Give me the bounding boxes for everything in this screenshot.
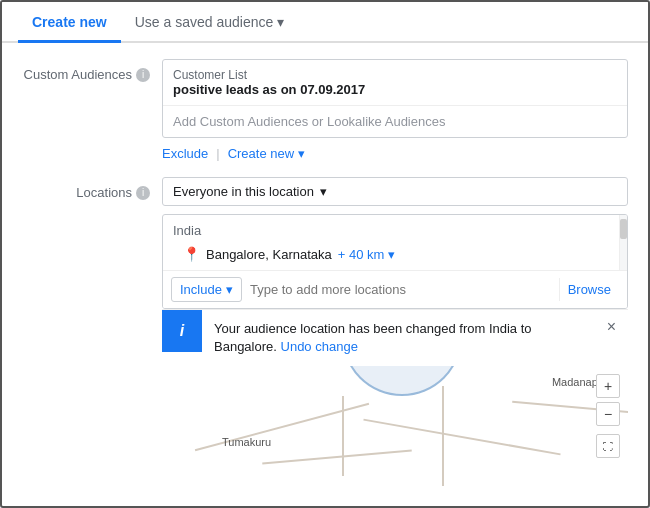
- notification-info-icon: i: [180, 322, 184, 340]
- browse-button[interactable]: Browse: [559, 278, 619, 301]
- locations-field: Everyone in this location ▾ India 📍 Bang…: [162, 177, 628, 486]
- action-separator: |: [216, 146, 219, 161]
- map-road-5: [342, 396, 344, 476]
- custom-audiences-info-icon[interactable]: i: [136, 68, 150, 82]
- form-content: Custom Audiences i Customer List positiv…: [2, 43, 648, 506]
- audience-box: Customer List positive leads as on 07.09…: [162, 59, 628, 138]
- tab-bar: Create new Use a saved audience ▾: [2, 2, 648, 43]
- audience-tag-label: Customer List: [173, 68, 617, 82]
- location-list-container: India 📍 Bangalore, Karnataka + 40 km ▾: [163, 215, 627, 270]
- include-chevron-icon: ▾: [226, 282, 233, 297]
- custom-audiences-field: Customer List positive leads as on 07.09…: [162, 59, 628, 161]
- notification-info-icon-box: i: [162, 310, 202, 352]
- map-zoom-in-button[interactable]: +: [596, 374, 620, 398]
- undo-change-button[interactable]: Undo change: [281, 339, 358, 354]
- map-fullscreen-button[interactable]: ⛶: [596, 434, 620, 458]
- location-pin-icon: 📍: [183, 246, 200, 262]
- notification-banner: i Your audience location has been change…: [162, 309, 628, 366]
- notification-close-button[interactable]: ×: [595, 310, 628, 344]
- tab-create-new[interactable]: Create new: [18, 2, 121, 43]
- notification-text: Your audience location has been changed …: [202, 310, 595, 366]
- create-new-dropdown-button[interactable]: Create new ▾: [228, 146, 305, 161]
- map-radius-circle: [342, 366, 462, 396]
- location-dropdown[interactable]: Everyone in this location ▾: [162, 177, 628, 206]
- audience-tag: Customer List positive leads as on 07.09…: [163, 60, 627, 106]
- location-list-box: India 📍 Bangalore, Karnataka + 40 km ▾: [162, 214, 628, 309]
- include-button[interactable]: Include ▾: [171, 277, 242, 302]
- include-row: Include ▾ Browse: [163, 270, 627, 308]
- map-label-tumakuru: Tumakuru: [222, 436, 271, 448]
- audience-add-input[interactable]: Add Custom Audiences or Lookalike Audien…: [163, 106, 627, 137]
- scrollbar-thumb: [620, 219, 627, 239]
- location-list-content: India 📍 Bangalore, Karnataka + 40 km ▾: [163, 215, 619, 270]
- location-type-input[interactable]: [242, 278, 559, 301]
- audience-actions: Exclude | Create new ▾: [162, 146, 628, 161]
- chevron-down-icon: ▾: [277, 14, 284, 30]
- locations-label: Locations i: [22, 177, 162, 200]
- scrollbar[interactable]: [619, 215, 627, 270]
- audience-tag-value: positive leads as on 07.09.2017: [173, 82, 617, 97]
- location-country: India: [163, 215, 619, 242]
- location-item: 📍 Bangalore, Karnataka + 40 km ▾: [163, 242, 619, 270]
- create-new-chevron-icon: ▾: [298, 146, 305, 161]
- map-road-2: [442, 386, 444, 486]
- main-container: Create new Use a saved audience ▾ Custom…: [0, 0, 650, 508]
- map-zoom-out-button[interactable]: −: [596, 402, 620, 426]
- location-km-dropdown[interactable]: + 40 km ▾: [338, 247, 395, 262]
- map-controls: + − ⛶: [596, 374, 620, 458]
- locations-row: Locations i Everyone in this location ▾ …: [22, 177, 628, 486]
- location-dropdown-chevron-icon: ▾: [320, 184, 327, 199]
- custom-audiences-row: Custom Audiences i Customer List positiv…: [22, 59, 628, 161]
- km-chevron-icon: ▾: [388, 247, 395, 262]
- custom-audiences-label: Custom Audiences i: [22, 59, 162, 82]
- tab-use-saved[interactable]: Use a saved audience ▾: [121, 2, 299, 43]
- map-road-4: [262, 450, 412, 465]
- exclude-button[interactable]: Exclude: [162, 146, 208, 161]
- locations-info-icon[interactable]: i: [136, 186, 150, 200]
- map-area: Tumakuru Madanapalle, ✓ + − ⛶: [162, 366, 628, 486]
